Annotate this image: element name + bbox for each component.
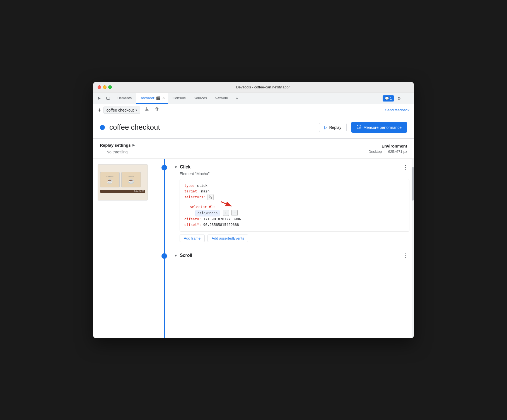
measure-performance-button[interactable]: Measure performance xyxy=(351,122,407,133)
recorder-icon: 🎬 xyxy=(156,96,160,100)
selector-minus-button[interactable]: − xyxy=(231,210,238,216)
tab-sources-label: Sources xyxy=(194,96,207,100)
settings-icon[interactable]: ⚙ xyxy=(396,95,403,102)
tab-more[interactable]: » xyxy=(233,93,241,104)
recorder-toolbar: + coffee checkout ▾ Send feedback xyxy=(93,104,414,116)
tab-sources[interactable]: Sources xyxy=(190,93,210,104)
code-target-line: target: main xyxy=(184,189,405,194)
code-selector-value-line: aria/Mocha + − xyxy=(184,210,405,216)
tab-recorder[interactable]: Recorder 🎬 ✕ xyxy=(136,93,168,104)
close-button[interactable] xyxy=(98,85,101,89)
tab-console[interactable]: Console xyxy=(169,93,189,104)
replay-settings-label-text: Replay settings xyxy=(100,143,131,148)
scroll-expand-icon[interactable]: ▼ xyxy=(174,254,178,258)
environment-section: Environment Desktop | 625×671 px xyxy=(368,144,407,154)
click-expand-icon[interactable]: ▼ xyxy=(174,165,178,169)
replay-settings-toggle[interactable]: Replay settings ▶ xyxy=(100,143,135,148)
play-icon: ▷ xyxy=(324,125,327,130)
environment-value: Desktop xyxy=(368,149,382,154)
offsetY-key: offsetY: xyxy=(184,223,201,227)
cursor-icon[interactable] xyxy=(95,95,103,102)
send-feedback-button[interactable]: Send feedback xyxy=(385,108,409,112)
selector-arrow-annotation xyxy=(219,200,235,210)
measure-label: Measure performance xyxy=(363,125,402,130)
scroll-event: ▼ Scroll ⋮ xyxy=(157,247,414,265)
selector-add-button[interactable]: + xyxy=(223,210,229,216)
click-event-subtitle: Element "Mocha" xyxy=(174,172,409,176)
add-recording-button[interactable]: + xyxy=(98,107,103,113)
add-frame-button[interactable]: Add frame xyxy=(180,235,205,242)
click-event-name: Click xyxy=(180,165,190,170)
environment-detail: Desktop | 625×671 px xyxy=(368,149,407,154)
badge-count: 1 xyxy=(390,96,392,100)
tab-network[interactable]: Network xyxy=(211,93,231,104)
tabs-right: 💬 1 ⚙ ⋮ xyxy=(383,95,412,102)
timeline-panel: ▼ Click ⋮ Element "Mocha" type: click xyxy=(157,159,414,338)
scroll-event-more-button[interactable]: ⋮ xyxy=(402,252,409,259)
device-icon[interactable] xyxy=(104,95,112,102)
expand-arrow-icon: ▶ xyxy=(132,143,135,147)
main-panel: Espresso ☕ Mocha ☕ Total: $0.00 xyxy=(93,159,414,338)
click-event-dot xyxy=(161,165,167,170)
offsetY-val: 96.28585815429688 xyxy=(203,223,239,227)
code-type-line: type: click xyxy=(184,183,405,189)
scrollbar-thumb[interactable] xyxy=(412,167,414,201)
throttling-value: No throttling xyxy=(100,150,135,154)
env-divider: | xyxy=(385,149,385,154)
offsetX-key: offsetX: xyxy=(184,217,201,221)
product-row: Espresso ☕ Mocha ☕ xyxy=(100,172,145,187)
export-button[interactable] xyxy=(143,106,151,114)
screenshot-panel: Espresso ☕ Mocha ☕ Total: $0.00 xyxy=(93,159,157,338)
click-event-more-button[interactable]: ⋮ xyxy=(402,164,409,170)
settings-row: Replay settings ▶ No throttling Environm… xyxy=(93,139,414,158)
more-options-icon[interactable]: ⋮ xyxy=(404,95,412,102)
tab-network-label: Network xyxy=(215,96,228,100)
recorder-content: coffee checkout ▷ Replay Measure perform… xyxy=(93,116,414,338)
scrollbar-track xyxy=(412,159,414,338)
click-event: ▼ Click ⋮ Element "Mocha" type: click xyxy=(157,159,414,247)
traffic-lights xyxy=(98,85,112,89)
svg-rect-0 xyxy=(107,97,110,99)
tab-recorder-label: Recorder xyxy=(139,96,154,100)
tab-elements[interactable]: Elements xyxy=(113,93,135,104)
replay-label: Replay xyxy=(329,125,341,130)
mug-icon-1: ☕ xyxy=(107,178,113,184)
recording-title: coffee checkout xyxy=(109,123,315,132)
code-offsetY-line: offsetY: 96.28585815429688 xyxy=(184,222,405,228)
recording-status-dot xyxy=(100,125,105,130)
maximize-button[interactable] xyxy=(108,85,112,89)
replay-button[interactable]: ▷ Replay xyxy=(319,123,347,132)
chevron-down-icon: ▾ xyxy=(136,108,137,112)
devtools-window: DevTools - coffee-cart.netlify.app/ Elem… xyxy=(93,82,414,338)
devtools-panel: Elements Recorder 🎬 ✕ Console Sources Ne… xyxy=(93,93,414,338)
code-offsetX-line: offsetX: 171.90187072753906 xyxy=(184,216,405,222)
selector1-key: selector #1: xyxy=(190,205,215,209)
delete-button[interactable] xyxy=(153,106,161,114)
code-selector1-line: selector #1: xyxy=(184,200,405,210)
selector1-value: aria/Mocha xyxy=(195,210,219,216)
environment-label: Environment xyxy=(368,144,407,148)
scroll-event-header: ▼ Scroll ⋮ xyxy=(174,252,409,259)
minimize-button[interactable] xyxy=(103,85,107,89)
mug-icon-2: ☕ xyxy=(128,178,134,184)
recording-selector[interactable]: coffee checkout ▾ xyxy=(103,107,140,114)
feedback-badge-button[interactable]: 💬 1 xyxy=(383,95,394,102)
selector-icon-button[interactable] xyxy=(207,194,214,200)
timeline-line xyxy=(164,159,165,338)
chat-icon: 💬 xyxy=(385,96,389,100)
recording-name: coffee checkout xyxy=(107,108,134,112)
tab-more-label: » xyxy=(236,96,238,100)
tab-recorder-close[interactable]: ✕ xyxy=(162,96,165,100)
type-val: click xyxy=(197,184,207,188)
add-asserted-events-button[interactable]: Add assertedEvents xyxy=(207,235,248,242)
scroll-event-name: Scroll xyxy=(180,253,192,258)
type-key: type: xyxy=(184,184,195,188)
svg-rect-4 xyxy=(211,197,212,199)
screenshot-placeholder: Espresso ☕ Mocha ☕ Total: $0.00 xyxy=(98,170,148,195)
recording-header: coffee checkout ▷ Replay Measure perform… xyxy=(93,116,414,139)
selectors-key: selectors: xyxy=(184,195,205,199)
svg-rect-1 xyxy=(107,100,109,100)
tabs-bar: Elements Recorder 🎬 ✕ Console Sources Ne… xyxy=(93,93,414,104)
product-card-2: Mocha ☕ xyxy=(121,172,141,187)
click-code-block: type: click target: main selectors: xyxy=(180,179,409,232)
